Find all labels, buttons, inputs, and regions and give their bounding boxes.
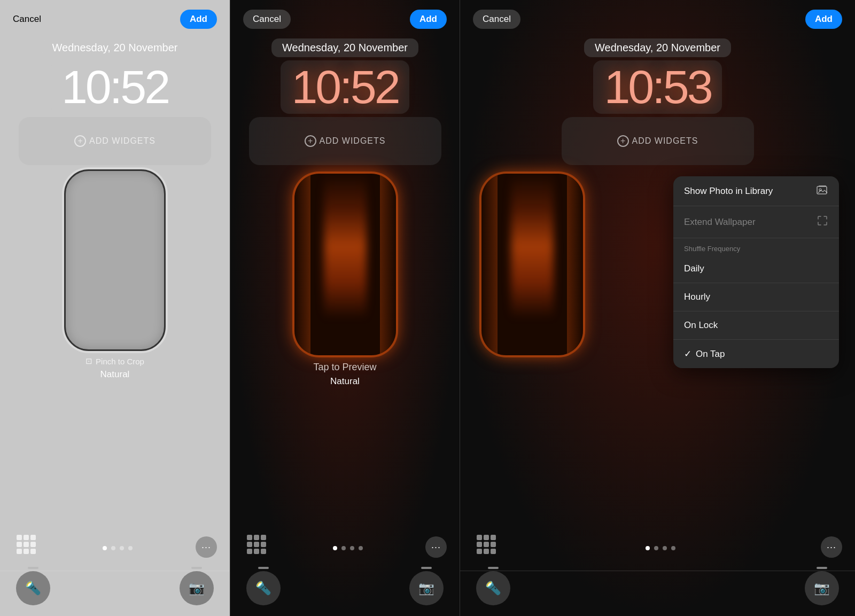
page-dots-panel3 [646,546,675,550]
time-block-panel2: 10:52 [281,60,409,114]
page-dot-4 [128,546,133,550]
page-dot-2-3 [350,546,354,550]
phone-preview-area-panel2: Tap to Preview Natural [230,169,460,526]
camera-button-panel3[interactable]: 📷 [805,571,839,605]
more-button-panel1[interactable]: ··· [196,536,217,558]
menu-item-on-tap[interactable]: ✓ On Tap [673,340,839,368]
svg-rect-1 [819,185,826,186]
page-dot-3-1 [646,546,650,550]
camera-button-panel2[interactable]: 📷 [409,571,444,605]
grid-button-panel3[interactable] [473,531,500,558]
page-dot-3 [120,546,124,550]
phone-glow-panel2[interactable] [294,174,396,355]
grid-icon-panel1 [17,535,36,554]
time-block-panel1: 10:52 [51,60,179,114]
shuffle-frequency-label: Shuffle Frequency [673,238,839,255]
time-display-panel1: 10:52 [61,60,168,113]
widget-area-panel3[interactable]: + ADD WIDGETS [562,117,754,165]
page-dot-1 [103,546,107,550]
context-menu: Show Photo in Library Extend Wallpaper [673,176,839,368]
lockscreen-panel3: Wednesday, 20 November 10:53 + ADD WIDGE… [460,34,855,169]
quick-actions-panel1: 🔦 📷 [0,571,230,616]
page-dot-2 [111,546,115,550]
bottom-bar-panel2: ··· [230,526,460,571]
pinch-label-panel1: ⊡ Pinch to Crop [86,356,144,366]
filter-label-panel2: Natural [330,376,360,387]
flashlight-icon-panel1: 🔦 [25,581,41,596]
more-button-panel3[interactable]: ··· [821,536,842,558]
grid-button-panel2[interactable] [243,531,270,558]
menu-item-on-lock[interactable]: On Lock [673,311,839,340]
menu-item-extend-wallpaper[interactable]: Extend Wallpaper [673,206,839,238]
glow-center [324,174,367,355]
phone-body-panel1: ⊡ Pinch to Crop Natural [56,169,174,526]
flashlight-button-panel1[interactable]: 🔦 [16,571,50,605]
add-button-panel3[interactable]: Add [805,10,842,29]
add-widgets-label-panel3: ADD WIDGETS [632,136,698,146]
photo-library-icon [817,185,828,197]
widget-area-panel1[interactable]: + ADD WIDGETS [19,117,211,165]
hourly-label: Hourly [684,292,710,302]
top-bar-panel3: Cancel Add [460,0,855,34]
page-dots-panel1 [103,546,133,550]
date-text-panel1: Wednesday, 20 November [52,42,178,53]
camera-button-panel1[interactable]: 📷 [180,571,214,605]
flashlight-icon-panel3: 🔦 [485,581,501,596]
filter-label-panel1: Natural [100,369,130,380]
menu-item-show-photo[interactable]: Show Photo in Library [673,176,839,206]
remove-indicator-camera-panel1 [191,567,202,569]
quick-actions-panel3: 🔦 📷 [460,571,855,616]
page-dot-3-2 [654,546,658,550]
date-pill-panel1: Wednesday, 20 November [42,38,189,57]
add-widgets-label-panel2: ADD WIDGETS [320,136,386,146]
remove-indicator-flashlight-panel1 [28,567,38,569]
cancel-button-panel2[interactable]: Cancel [243,10,291,29]
on-tap-label: On Tap [696,349,828,360]
page-dots-panel2 [333,546,363,550]
flashlight-icon-panel2: 🔦 [255,581,271,596]
crop-icon: ⊡ [86,356,92,366]
grid-icon-panel3 [477,535,496,554]
lockscreen-panel2: Wednesday, 20 November 10:52 + ADD WIDGE… [230,34,460,169]
top-bar-panel1: Cancel Add [0,0,230,34]
plus-icon-panel3: + [617,135,629,147]
cancel-button-panel3[interactable]: Cancel [473,10,520,29]
glow-left [294,174,310,355]
glow-center-3 [511,174,554,355]
grid-icon-panel2 [247,535,266,554]
phone-glow-panel3[interactable] [481,174,583,355]
camera-icon-panel3: 📷 [814,581,830,596]
menu-item-daily[interactable]: Daily [673,255,839,283]
date-text-panel2: Wednesday, 20 November [282,42,408,53]
widget-area-panel2[interactable]: + ADD WIDGETS [249,117,441,165]
flashlight-button-panel3[interactable]: 🔦 [476,571,510,605]
add-button-panel1[interactable]: Add [180,10,217,29]
phone-preview-panel1[interactable] [64,169,166,351]
page-dot-3-4 [671,546,675,550]
page-dot-2-4 [359,546,363,550]
time-block-panel3: 10:53 [593,60,721,114]
tap-preview-label: Tap to Preview [313,362,376,373]
page-dot-2-2 [341,546,346,550]
flashlight-button-panel2[interactable]: 🔦 [246,571,281,605]
on-lock-label: On Lock [684,320,718,331]
glow-right [380,174,396,355]
glow-left-3 [481,174,498,355]
page-dot-2-1 [333,546,337,550]
add-button-panel2[interactable]: Add [410,10,447,29]
grid-button-panel1[interactable] [13,531,40,558]
plus-icon-panel1: + [74,135,86,147]
more-button-panel2[interactable]: ··· [425,536,447,558]
time-display-panel3: 10:53 [604,60,711,113]
panel-dark-right: Cancel Add Wednesday, 20 November 10:53 … [460,0,855,616]
extend-icon [817,215,828,229]
top-bar-panel2: Cancel Add [230,0,460,34]
page-dot-3-3 [663,546,667,550]
bottom-bar-panel1: ··· [0,526,230,571]
show-photo-label: Show Photo in Library [684,186,773,197]
app-container: Cancel Add Wednesday, 20 November 10:52 … [0,0,855,616]
cancel-button-panel1[interactable]: Cancel [13,14,41,25]
checkmark-icon: ✓ [684,348,691,360]
daily-label: Daily [684,263,704,274]
menu-item-hourly[interactable]: Hourly [673,283,839,311]
